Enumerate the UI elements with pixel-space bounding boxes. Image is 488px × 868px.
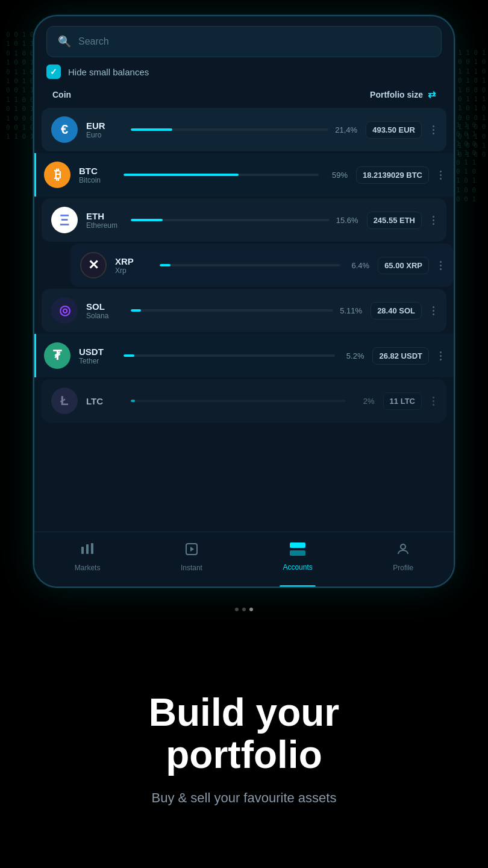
ltc-info: LTC: [86, 396, 122, 406]
ltc-icon: Ł: [51, 388, 78, 414]
hide-balances-label: Hide small balances: [68, 67, 149, 77]
eur-bar-fill: [131, 128, 172, 131]
sol-symbol: SOL: [86, 301, 122, 312]
usdt-name: Tether: [79, 357, 115, 365]
eth-bar-bg: [131, 219, 330, 221]
xrp-name: Xrp: [115, 266, 151, 275]
phone-frame: 🔍 Search ✓ Hide small balances Coin Port…: [33, 15, 455, 588]
usdt-icon: ₮: [44, 342, 70, 369]
nav-label-markets: Markets: [75, 564, 101, 572]
usdt-symbol: USDT: [79, 347, 115, 357]
svg-rect-6: [290, 550, 305, 556]
markets-icon: [80, 542, 95, 560]
xrp-symbol: XRP: [115, 256, 151, 266]
page-indicators: [0, 608, 488, 611]
checkmark-icon: ✓: [50, 67, 57, 77]
eth-more-button[interactable]: [430, 213, 437, 227]
btc-more-button[interactable]: [437, 168, 444, 182]
sol-bar-fill: [131, 309, 141, 312]
nav-label-accounts: Accounts: [283, 563, 312, 571]
usdt-bar-bg: [124, 354, 335, 357]
list-item[interactable]: € EUR Euro 21,4% 493.50 EUR: [42, 108, 446, 151]
xrp-percent: 6.4%: [346, 261, 369, 270]
btc-accent: [34, 153, 36, 197]
nav-item-markets[interactable]: Markets: [63, 539, 113, 574]
svg-rect-5: [290, 542, 305, 548]
eth-symbol: ETH: [86, 211, 122, 221]
list-item[interactable]: Ξ ETH Ethereum 15.6% 245.55 ETH: [42, 198, 446, 242]
list-item[interactable]: ₮ USDT Tether 5.2% 26.82 USDT: [34, 334, 454, 377]
eur-name: Euro: [86, 131, 122, 139]
nav-item-instant[interactable]: Instant: [169, 539, 214, 574]
ltc-percent: 2%: [352, 397, 375, 406]
svg-rect-1: [86, 544, 89, 554]
btc-bar-bg: [124, 174, 319, 176]
btc-info: BTC Bitcoin: [79, 166, 115, 184]
xrp-more-button[interactable]: [437, 259, 444, 272]
coin-list: € EUR Euro 21,4% 493.50 EUR: [34, 106, 454, 532]
eth-bar-fill: [131, 219, 163, 221]
svg-marker-4: [190, 547, 194, 552]
sort-icon: ⇄: [428, 89, 436, 100]
xrp-progress: 6.4%: [160, 261, 369, 270]
nav-label-instant: Instant: [181, 564, 202, 572]
usdt-percent: 5.2%: [341, 351, 364, 360]
eur-more-button[interactable]: [430, 123, 437, 137]
xrp-amount: 65.00 XRP: [378, 257, 429, 274]
search-bar[interactable]: 🔍 Search: [46, 26, 442, 57]
column-headers: Coin Portfolio size ⇄: [46, 89, 442, 100]
eth-progress: 15.6%: [131, 216, 358, 225]
ltc-bar-fill: [131, 400, 135, 402]
svg-rect-0: [81, 547, 84, 554]
usdt-bar-fill: [124, 354, 134, 357]
search-placeholder: Search: [78, 36, 109, 47]
nav-item-accounts[interactable]: Accounts: [271, 540, 324, 574]
hide-balances-row[interactable]: ✓ Hide small balances: [46, 64, 442, 79]
list-item[interactable]: ◎ SOL Solana 5.11% 28.40 SOL: [42, 289, 446, 332]
usdt-more-button[interactable]: [437, 349, 444, 363]
sol-more-button[interactable]: [430, 304, 437, 318]
list-item[interactable]: Ł LTC 2% 11 LTC: [42, 379, 446, 423]
xrp-icon: ✕: [80, 252, 107, 278]
bottom-navigation: Markets Instant: [34, 532, 454, 587]
headline: Build yourportfolio: [149, 691, 339, 776]
svg-rect-2: [91, 543, 93, 554]
btc-symbol: BTC: [79, 166, 115, 176]
eur-amount: 493.50 EUR: [366, 121, 422, 139]
eur-icon: €: [51, 116, 78, 143]
eur-info: EUR Euro: [86, 121, 122, 139]
ltc-amount: 11 LTC: [383, 392, 422, 410]
ltc-bar-bg: [131, 400, 346, 402]
ltc-more-button[interactable]: [430, 394, 437, 408]
subheadline: Buy & sell your favourite assets: [152, 790, 337, 806]
btc-percent: 59%: [325, 171, 348, 180]
list-item[interactable]: ₿ BTC Bitcoin 59% 18.2139029 BTC: [34, 153, 454, 197]
svg-point-7: [401, 544, 405, 549]
list-item[interactable]: ✕ XRP Xrp 6.4% 65.00 XRP: [70, 244, 454, 287]
accounts-icon: [290, 542, 305, 559]
eth-amount: 245.55 ETH: [367, 212, 422, 229]
nav-label-profile: Profile: [393, 564, 413, 572]
sol-progress: 5.11%: [131, 306, 362, 315]
usdt-accent: [34, 334, 36, 377]
sol-percent: 5.11%: [339, 306, 362, 315]
sol-bar-bg: [131, 309, 333, 312]
portfolio-column-header[interactable]: Portfolio size ⇄: [370, 89, 436, 100]
eth-info: ETH Ethereum: [86, 211, 122, 230]
usdt-amount: 26.82 USDT: [372, 347, 429, 365]
btc-icon: ₿: [44, 162, 70, 188]
eur-progress: 21,4%: [131, 125, 357, 134]
nav-item-profile[interactable]: Profile: [381, 539, 425, 574]
ltc-symbol: LTC: [86, 396, 122, 406]
instant-icon: [184, 542, 199, 560]
profile-icon: [396, 542, 410, 560]
eur-percent: 21,4%: [334, 125, 357, 134]
eur-symbol: EUR: [86, 121, 122, 131]
sol-amount: 28.40 SOL: [371, 302, 422, 319]
hide-balances-checkbox[interactable]: ✓: [46, 64, 61, 79]
btc-name: Bitcoin: [79, 176, 115, 184]
eth-name: Ethereum: [86, 221, 122, 230]
sol-info: SOL Solana: [86, 301, 122, 320]
sol-icon: ◎: [51, 297, 78, 324]
btc-bar-fill: [124, 174, 239, 176]
